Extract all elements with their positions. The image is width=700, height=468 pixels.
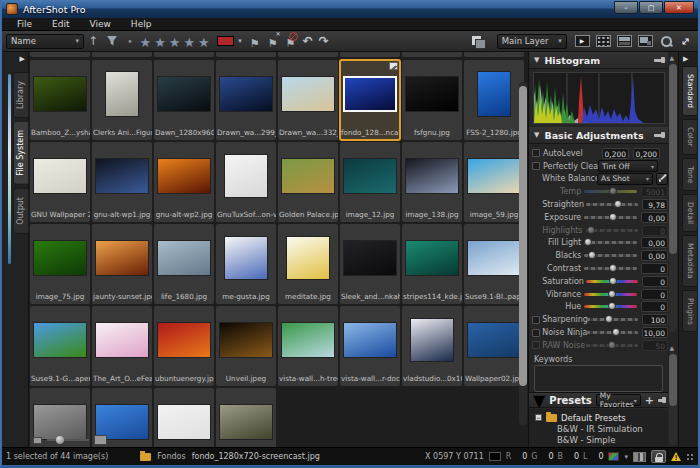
vibrance-slider-thumb[interactable] [608, 290, 616, 298]
preset-item[interactable]: B&W - Simple [535, 435, 668, 447]
sharpening-value[interactable]: 100 [642, 314, 668, 325]
fill-light-slider[interactable] [584, 241, 637, 244]
thumbnail-tile[interactable]: Golden Palace.jpg [278, 142, 338, 222]
exposure-slider[interactable] [584, 216, 637, 219]
fill-light-slider-thumb[interactable] [584, 238, 592, 246]
rotate-left-icon[interactable]: ↶ [302, 34, 312, 48]
duplicate-view-icon[interactable] [471, 35, 486, 47]
straighten-value[interactable]: 9,78 [642, 199, 668, 210]
thumbnail-tile[interactable]: The_Art_O...eFear.jpg [92, 306, 152, 386]
thumbnail-tile[interactable]: Wallpaper02.jpg [464, 306, 524, 386]
sort-direction-icon[interactable]: ↑ [88, 33, 98, 49]
sharpening-slider[interactable] [586, 318, 638, 321]
maximize-button[interactable]: ▢ [639, 1, 663, 14]
temp-slider-thumb[interactable] [609, 187, 617, 195]
right-tab-metadata[interactable]: Metadata [682, 235, 698, 287]
temp-slider[interactable] [584, 190, 637, 193]
keywords-input[interactable] [534, 365, 663, 392]
filter-icon[interactable] [106, 35, 118, 47]
thumbnail-tile[interactable]: Drawn_wa...299_.jpg [216, 60, 276, 140]
minimize-button[interactable]: – [614, 1, 638, 14]
noise-ninja-value[interactable]: 10,00 [642, 327, 668, 338]
pin-icon[interactable] [658, 399, 664, 402]
chevron-down-icon[interactable]: ▾ [624, 453, 628, 461]
star-icon[interactable]: ★ [198, 35, 210, 50]
presets-scrollbar[interactable] [669, 352, 677, 445]
thumbnail-size-slider[interactable] [33, 435, 107, 445]
raw-noise-value[interactable]: 50 [642, 340, 668, 351]
thumbnail-tile[interactable]: gnu-alt-wp2.jpg [154, 142, 214, 222]
vibrance-value[interactable]: 0 [641, 289, 668, 300]
magnifier-icon[interactable] [660, 35, 673, 48]
sharpening-checkbox[interactable] [532, 316, 540, 324]
thumbnail-tile[interactable]: vista-wall...r-dock.jpg [340, 306, 400, 386]
menu-edit[interactable]: Edit [43, 19, 78, 29]
straighten-slider[interactable] [586, 203, 638, 206]
panel-scrollbar[interactable] [669, 62, 677, 332]
highlights-slider-thumb[interactable] [587, 226, 595, 234]
color-label-swatch[interactable] [217, 36, 234, 46]
thumbnail-tile[interactable]: Unveil.jpeg [216, 306, 276, 386]
hue-slider-thumb[interactable] [608, 302, 616, 310]
thumbnail-tile[interactable]: ubuntuenergy.jpg [154, 306, 214, 386]
presets-scrollbar-thumb[interactable] [669, 354, 677, 406]
preset-item[interactable]: B&W - IR Simulation [535, 424, 668, 436]
thumbnail-tile[interactable]: meditate.jpg [278, 224, 338, 304]
autolevel-checkbox[interactable] [532, 149, 540, 157]
highlights-slider[interactable] [586, 229, 638, 232]
flag-reject-icon[interactable]: ⚑ [286, 32, 296, 51]
sort-by-select[interactable]: Name ▾ [6, 34, 84, 49]
layer-select[interactable]: Main Layer ▾ [497, 34, 567, 49]
slideshow-icon[interactable] [575, 35, 590, 47]
presets-root-row[interactable]: − Default Presets [535, 412, 668, 424]
thumbnail-tile[interactable]: Drawn_wa...332_.jpg [278, 60, 338, 140]
collapse-icon[interactable]: ▼ [534, 131, 539, 139]
left-tab-file-system[interactable]: File System [13, 121, 29, 185]
highlights-value[interactable]: 0 [642, 225, 668, 236]
thumbnail-tile[interactable]: GnuTuxSof...on-v1.jpg [216, 142, 276, 222]
thumbnail-tile[interactable]: image_138.jpg [402, 142, 462, 222]
right-tab-color[interactable]: Color [682, 119, 698, 155]
eyedropper-icon[interactable] [656, 173, 668, 185]
add-preset-icon[interactable]: + [645, 394, 654, 407]
right-tab-detail[interactable]: Detail [682, 194, 698, 232]
thumbnail-tile[interactable] [216, 388, 276, 447]
histogram-header[interactable]: ▼ Histogram [529, 52, 668, 69]
proof-view-icon[interactable] [633, 452, 646, 462]
contrast-slider-thumb[interactable] [609, 264, 617, 272]
rotate-right-icon[interactable]: ↷ [318, 34, 328, 48]
right-tab-plugins[interactable]: Plugins [682, 290, 698, 333]
pin-icon[interactable] [654, 59, 663, 62]
autolevel-low-value[interactable]: 0,200 [602, 148, 629, 159]
star-icon[interactable]: ★ [169, 35, 181, 50]
hue-value[interactable]: 0 [641, 301, 668, 312]
thumbnail-tile[interactable]: Clerks Ani...Figure.jpg [92, 60, 152, 140]
autolevel-high-value[interactable]: 0,200 [633, 148, 660, 159]
split-view-icon[interactable] [617, 35, 632, 47]
thumbnail-view-icon[interactable] [596, 35, 611, 47]
perfectly-clear-checkbox[interactable] [532, 162, 540, 170]
thumbnail-tile[interactable]: Suse9.1-Bl..papers.jpg [464, 224, 524, 304]
raw-noise-checkbox[interactable] [532, 341, 540, 349]
thumbnail-tile[interactable]: fsfgnu.jpg [402, 60, 462, 140]
thumbnail-tile[interactable]: fondo_128...ncast.jpg [340, 60, 400, 140]
blacks-slider[interactable] [584, 254, 637, 257]
noise-ninja-slider[interactable] [586, 331, 638, 334]
blacks-value[interactable]: 0,00 [641, 250, 668, 261]
thumbnail-tile[interactable]: stripes114_kde.jpg [402, 224, 462, 304]
thumbnail-tile[interactable]: jaunty-sunset.jpg [92, 224, 152, 304]
blacks-slider-thumb[interactable] [588, 251, 596, 259]
sharpening-slider-thumb[interactable] [605, 315, 613, 323]
thumbnail-tile[interactable]: life_1680.jpg [154, 224, 214, 304]
scroll-up-icon[interactable]: ▲ [670, 54, 675, 61]
thumbnail-tile[interactable]: vladstudio...0x1024.jpg [402, 306, 462, 386]
flag-unpick-icon[interactable]: ⚑ [268, 32, 278, 51]
straighten-slider-thumb[interactable] [614, 200, 622, 208]
grid-scrollbar-thumb[interactable] [519, 86, 527, 386]
thumbnail-tile[interactable]: Dawn_1280x960.jpg [154, 60, 214, 140]
preview-view-icon[interactable] [638, 35, 653, 47]
menu-help[interactable]: Help [122, 19, 161, 29]
color-label-caret-icon[interactable]: ▾ [238, 33, 242, 49]
thumbnail-tile[interactable]: image_12.jpg [340, 142, 400, 222]
exposure-slider-thumb[interactable] [609, 213, 617, 221]
